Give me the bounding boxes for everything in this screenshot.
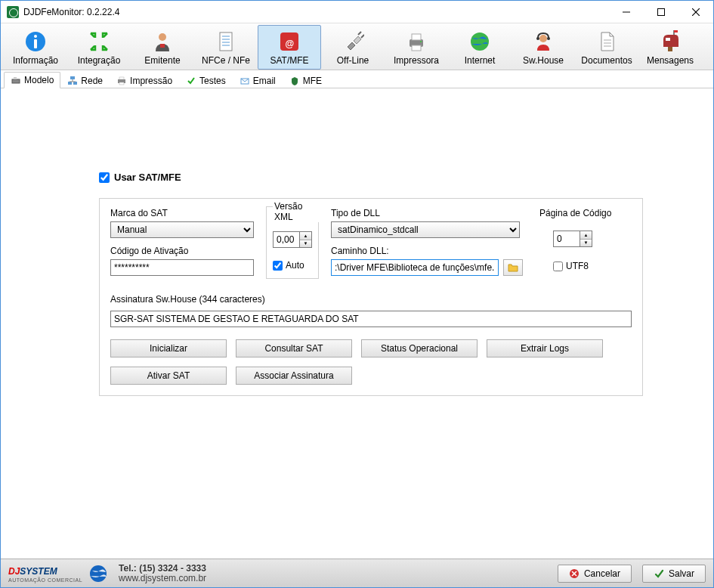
content-area: Usar SAT/MFE Marca do SAT Manual Código … <box>1 88 713 559</box>
caminho-input[interactable] <box>331 259 499 276</box>
svg-rect-42 <box>119 82 124 85</box>
svg-point-5 <box>34 35 37 38</box>
codigo-input[interactable] <box>110 259 254 276</box>
svg-rect-8 <box>160 44 165 48</box>
titlebar: DJDFeMonitor: 0.2.22.4 <box>1 1 713 23</box>
toolbar-label: Documentos <box>581 55 632 66</box>
svg-rect-32 <box>668 47 672 51</box>
marca-label: Marca do SAT <box>110 208 254 218</box>
cancel-button[interactable]: Cancelar <box>558 565 632 583</box>
toolbar-impressora[interactable]: Impressora <box>385 25 448 70</box>
toolbar-label: Integração <box>78 55 121 66</box>
caminho-label: Caminho DLL: <box>331 246 527 256</box>
auto-checkbox[interactable] <box>273 261 283 271</box>
pagina-input[interactable] <box>553 231 580 247</box>
toolbar-sat-mfe[interactable]: @ SAT/MFE <box>258 25 321 70</box>
toolbar-label: Impressora <box>394 55 439 66</box>
toolbar-integracao[interactable]: Integração <box>67 25 131 70</box>
pagina-label: Página de Código <box>539 208 630 218</box>
svg-rect-41 <box>119 77 124 79</box>
toolbar-label: Informação <box>13 55 58 66</box>
shield-icon <box>289 76 300 86</box>
consultar-button[interactable]: Consultar SAT <box>236 339 352 357</box>
tab-modelo[interactable]: Modelo <box>4 72 60 88</box>
spin-down[interactable]: ▼ <box>300 240 311 248</box>
tab-mfe[interactable]: MFE <box>283 72 329 88</box>
close-button[interactable] <box>678 1 713 23</box>
tab-impressao[interactable]: Impressão <box>110 72 179 88</box>
brand: DJSYSTEM AUTOMAÇÃO COMERCIAL <box>8 564 108 583</box>
page-icon <box>595 29 619 54</box>
printer-icon <box>404 29 428 54</box>
network-icon <box>67 76 78 86</box>
toolbar-label: Emitente <box>144 55 180 66</box>
svg-rect-37 <box>70 76 75 79</box>
toolbar-offline[interactable]: Off-Line <box>321 25 385 70</box>
brand-globe-icon <box>88 564 108 583</box>
tab-rede[interactable]: Rede <box>60 72 110 88</box>
window-title: DJDFeMonitor: 0.2.22.4 <box>23 7 609 17</box>
tab-strip: Modelo Rede Impressão Testes Email MFE <box>1 70 713 88</box>
toolbar-nfce[interactable]: NFCe / NFe <box>194 25 258 70</box>
spin-up[interactable]: ▲ <box>580 231 592 240</box>
toolbar-emitente[interactable]: Emitente <box>131 25 194 70</box>
usar-sat-checkbox[interactable] <box>99 172 110 183</box>
browse-button[interactable] <box>503 259 523 276</box>
versao-input[interactable] <box>273 231 300 248</box>
toolbar-swhouse[interactable]: Sw.House <box>512 25 575 70</box>
svg-rect-29 <box>666 38 670 41</box>
toolbar-informacao[interactable]: Informação <box>4 25 67 70</box>
pagina-spinner[interactable]: ▲▼ <box>553 231 630 247</box>
spin-down[interactable]: ▼ <box>580 240 592 247</box>
auto-label: Auto <box>286 260 304 271</box>
app-icon <box>7 6 19 18</box>
toolbar-mensagens[interactable]: Mensagens <box>638 25 702 70</box>
versao-spinner[interactable]: ▲▼ <box>273 231 312 248</box>
maximize-button[interactable] <box>644 1 678 23</box>
toolbar-label: Mensagens <box>647 55 694 66</box>
info-icon <box>23 29 48 54</box>
svg-rect-19 <box>412 34 421 40</box>
svg-rect-33 <box>12 79 20 83</box>
minimize-button[interactable] <box>609 1 644 23</box>
device-icon <box>11 75 21 85</box>
app-window: DJDFeMonitor: 0.2.22.4 Informação Integr… <box>0 0 714 588</box>
arrows-icon <box>87 29 111 54</box>
extrair-button[interactable]: Extrair Logs <box>487 339 603 357</box>
save-button[interactable]: Salvar <box>642 565 706 583</box>
usar-sat-label: Usar SAT/MFE <box>114 172 181 183</box>
toolbar-label: SAT/MFE <box>270 55 308 66</box>
tab-testes[interactable]: Testes <box>179 72 233 88</box>
tab-label: Modelo <box>24 75 54 85</box>
codigo-label: Código de Ativação <box>110 246 254 256</box>
inicializar-button[interactable]: Inicializar <box>110 339 227 357</box>
associar-button[interactable]: Associar Assinatura <box>236 367 352 385</box>
toolbar-internet[interactable]: Internet <box>448 25 512 70</box>
globe-icon <box>468 29 492 54</box>
toolbar-documentos[interactable]: Documentos <box>575 25 638 70</box>
tab-label: Testes <box>199 76 226 86</box>
toolbar-label: Internet <box>465 55 496 66</box>
usar-sat-row: Usar SAT/MFE <box>99 172 643 183</box>
svg-rect-20 <box>412 45 421 51</box>
svg-line-17 <box>361 35 364 38</box>
utf8-checkbox[interactable] <box>553 262 563 271</box>
tab-email[interactable]: Email <box>233 72 283 88</box>
assinatura-input[interactable] <box>110 311 632 327</box>
utf8-label: UTF8 <box>566 261 589 271</box>
assinatura-label: Assinatura Sw.House (344 caracteres) <box>110 294 632 305</box>
marca-select[interactable]: Manual <box>110 221 254 238</box>
spin-up[interactable]: ▲ <box>300 232 311 240</box>
svg-point-22 <box>471 32 489 51</box>
tipo-dll-select[interactable]: satDinamico_stdcall <box>331 221 520 238</box>
toolbar-label: Sw.House <box>523 55 564 66</box>
at-icon: @ <box>277 29 301 54</box>
tab-label: Rede <box>81 76 103 86</box>
form-zone: Usar SAT/MFE Marca do SAT Manual Código … <box>99 172 643 396</box>
ativar-button[interactable]: Ativar SAT <box>110 367 227 385</box>
versao-label: Versão XML <box>273 201 323 222</box>
action-buttons: Inicializar Consultar SAT Status Operaci… <box>110 339 632 385</box>
status-button[interactable]: Status Operacional <box>361 339 478 357</box>
svg-point-21 <box>420 41 422 42</box>
email-icon <box>240 76 250 86</box>
